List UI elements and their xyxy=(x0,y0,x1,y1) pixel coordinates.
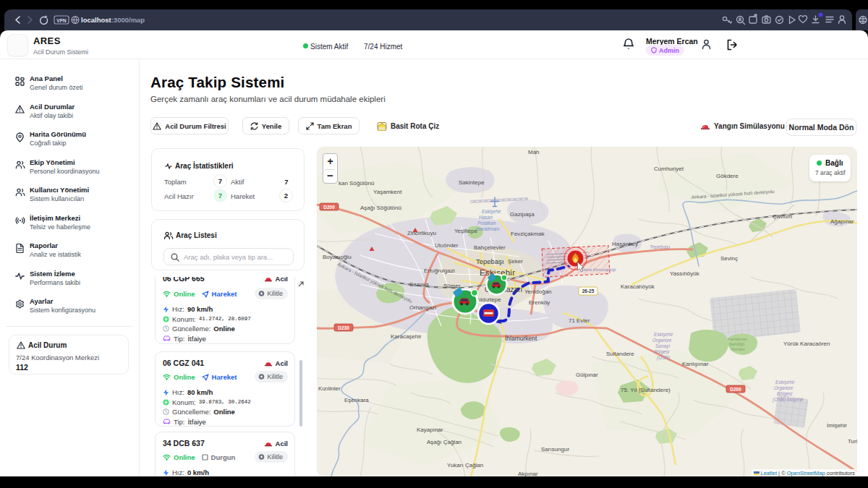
svg-text:Yıldıztepe: Yıldıztepe xyxy=(475,296,501,303)
svg-text:75. Yıl (Sultandere): 75. Yıl (Sultandere) xyxy=(621,387,671,393)
svg-text:D200: D200 xyxy=(323,205,335,210)
svg-text:Aşağı Söğütönü: Aşağı Söğütönü xyxy=(360,205,401,211)
svg-text:Şeker: Şeker xyxy=(508,258,523,265)
svg-text:Ağapınar: Ağapınar xyxy=(830,218,854,225)
svg-text:Bahçelievler: Bahçelievler xyxy=(474,244,506,251)
svg-text:Kanlıpınar: Kanlıpınar xyxy=(682,361,709,367)
svg-text:Mah: Mah xyxy=(528,149,540,155)
svg-text:Kızılinler: Kızılinler xyxy=(318,385,341,392)
svg-text:Gökdere: Gökdere xyxy=(716,173,739,179)
svg-text:Tepebaşı: Tepebaşı xyxy=(476,257,504,265)
svg-text:Sanayi: Sanayi xyxy=(655,343,670,349)
svg-text:Kayapınar: Kayapınar xyxy=(417,427,443,433)
svg-text:Ormanı: Ormanı xyxy=(731,347,745,351)
svg-text:localhost:3000/map: localhost:3000/map xyxy=(81,16,145,24)
svg-text:Organize: Organize xyxy=(774,385,793,391)
svg-text:Gazipaşa: Gazipaşa xyxy=(510,211,535,218)
svg-text:Sevinç: Sevinç xyxy=(720,255,738,262)
svg-text:İmişehir: İmişehir xyxy=(827,422,847,429)
svg-text:Uluönder: Uluönder xyxy=(435,242,459,249)
svg-text:Bölgesi: Bölgesi xyxy=(777,391,793,397)
svg-text:Cumhuriyet: Cumhuriyet xyxy=(654,166,684,172)
svg-text:Sarısungur: Sarısungur xyxy=(541,446,569,453)
svg-text:Karacaşehir: Karacaşehir xyxy=(391,333,422,340)
svg-text:Eskişehir: Eskişehir xyxy=(654,332,673,338)
svg-text:71 Evler: 71 Evler xyxy=(569,317,590,324)
svg-text:Zincirlikuyu: Zincirlikuyu xyxy=(407,230,436,236)
svg-text:Tepebaşı: Tepebaşı xyxy=(650,244,671,250)
svg-text:Bölgesi: Bölgesi xyxy=(654,349,670,355)
svg-text:(OSB): (OSB) xyxy=(657,355,670,361)
svg-text:Erenköy: Erenköy xyxy=(529,299,550,306)
svg-text:İhlamurkent: İhlamurkent xyxy=(505,335,537,342)
svg-text:Ertuğrulgazi: Ertuğrulgazi xyxy=(424,267,455,274)
svg-text:Turk: Turk xyxy=(848,438,857,445)
svg-text:Orhangazi: Orhangazi xyxy=(409,304,436,311)
svg-text:Aşağı Çağlan: Aşağı Çağlan xyxy=(427,439,461,445)
svg-text:Akpınar: Akpınar xyxy=(518,471,538,476)
svg-text:Hasan: Hasan xyxy=(479,215,493,220)
svg-text:Şehitliği: Şehitliği xyxy=(729,342,745,346)
svg-text:Boyacıoğlu: Boyacıoğlu xyxy=(323,254,352,260)
svg-text:Eşenkara: Eşenkara xyxy=(344,397,369,403)
svg-text:Gülpınar: Gülpınar xyxy=(576,372,598,378)
svg-text:kan Söğütönü: kan Söğütönü xyxy=(339,180,374,187)
svg-text:Eskişehir: Eskişehir xyxy=(482,209,501,215)
svg-text:Sultandere: Sultandere xyxy=(606,351,634,357)
svg-text:VPN: VPN xyxy=(56,18,67,23)
svg-text:Karacahöyük: Karacahöyük xyxy=(621,283,655,290)
svg-text:Yaşamkent: Yaşamkent xyxy=(373,189,402,195)
svg-text:Çavlum: Çavlum xyxy=(773,213,792,220)
svg-text:Yenidoğan: Yenidoğan xyxy=(524,288,552,295)
svg-text:D200: D200 xyxy=(730,387,741,392)
svg-text:Hava Komutanlığı: Hava Komutanlığı xyxy=(582,267,616,272)
svg-text:Yeşiltepe: Yeşiltepe xyxy=(454,228,478,234)
svg-text:Yukarı Çağlan: Yukarı Çağlan xyxy=(447,462,483,468)
svg-text:Havalimanı: Havalimanı xyxy=(476,226,500,231)
svg-text:(OSB) İmişehir: (OSB) İmişehir xyxy=(773,397,804,403)
svg-text:Organize: Organize xyxy=(652,338,672,343)
svg-text:Fevziçakmak: Fevziçakmak xyxy=(511,231,545,237)
svg-text:Yassıhöyük: Yassıhöyük xyxy=(670,270,700,277)
svg-text:Eskişehir: Eskişehir xyxy=(775,380,795,385)
svg-text:Sümer: Sümer xyxy=(443,283,461,289)
svg-text:Hasanbey: Hasanbey xyxy=(612,241,638,247)
svg-text:Sakintepe: Sakintepe xyxy=(459,179,485,186)
svg-text:Polatkan: Polatkan xyxy=(477,221,496,226)
svg-text:26-25: 26-25 xyxy=(582,288,595,294)
svg-text:D230: D230 xyxy=(338,325,349,330)
svg-text:Yürük Karacaören: Yürük Karacaören xyxy=(783,341,830,347)
svg-text:Sazova: Sazova xyxy=(409,281,429,288)
svg-text:Kanlıpınar: Kanlıpınar xyxy=(728,337,748,341)
